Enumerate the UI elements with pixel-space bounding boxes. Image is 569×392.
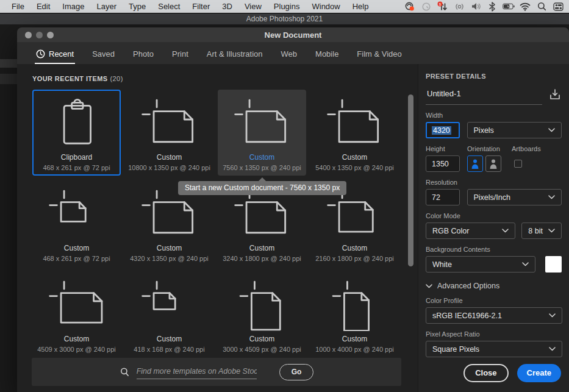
template-dimensions: 10800 x 1350 px @ 240 ppi: [128, 164, 210, 171]
menu-plugins[interactable]: Plugins: [268, 0, 306, 13]
menu-select[interactable]: Select: [152, 0, 186, 13]
menu-3d[interactable]: 3D: [216, 0, 238, 13]
search-icon: [120, 367, 130, 377]
minimize-window-icon[interactable]: [36, 32, 43, 38]
color-mode-label: Color Mode: [426, 212, 562, 219]
close-window-icon[interactable]: [25, 32, 32, 38]
background-contents-label: Background Contents: [426, 246, 562, 253]
tab-art-illustration[interactable]: Art & Illustration: [206, 49, 264, 64]
background-contents-dropdown[interactable]: White: [426, 256, 535, 273]
menu-window[interactable]: Window: [306, 0, 346, 13]
template-dimensions: 3000 x 4509 px @ 240 ppi: [223, 346, 301, 353]
menu-type[interactable]: Type: [123, 0, 152, 13]
template-name: Custom: [249, 335, 274, 343]
spotlight-search-icon[interactable]: [535, 1, 548, 12]
resolution-units-dropdown[interactable]: Pixels/Inch: [467, 189, 562, 205]
template-dimensions: 468 x 261 px @ 72 ppi: [43, 255, 110, 262]
menu-view[interactable]: View: [238, 0, 268, 13]
pixel-aspect-ratio-label: Pixel Aspect Ratio: [426, 330, 562, 338]
resolution-label: Resolution: [426, 179, 562, 186]
template-item-custom[interactable]: Custom1000 x 4000 px @ 240 ppi: [310, 271, 399, 357]
pixel-aspect-ratio-dropdown[interactable]: Square Pixels: [426, 341, 562, 357]
tab-web[interactable]: Web: [280, 49, 299, 64]
menu-image[interactable]: Image: [56, 0, 90, 13]
template-item-custom[interactable]: Custom10800 x 1350 px @ 240 ppi: [125, 90, 213, 176]
template-name: Custom: [157, 153, 182, 162]
tab-photo[interactable]: Photo: [132, 49, 155, 64]
clock-icon: [36, 49, 45, 59]
dialog-header: New Document: [17, 27, 569, 42]
menu-filter[interactable]: Filter: [186, 0, 216, 13]
template-name: Custom: [249, 153, 274, 162]
template-item-custom[interactable]: Custom5400 x 1350 px @ 240 ppi: [310, 90, 399, 176]
tab-saved[interactable]: Saved: [91, 49, 116, 64]
create-button[interactable]: Create: [517, 364, 561, 382]
search-input[interactable]: [137, 365, 257, 379]
template-item-custom[interactable]: Custom7560 x 1350 px @ 240 ppi: [218, 90, 306, 176]
battery-icon[interactable]: [503, 1, 515, 12]
tab-mobile[interactable]: Mobile: [314, 49, 340, 64]
new-document-dialog: New Document RecentSavedPhotoPrintArt & …: [17, 27, 569, 392]
preset-details-heading: PRESET DETAILS: [426, 73, 562, 80]
template-dimensions: 4509 x 3000 px @ 240 ppi: [37, 346, 116, 353]
app-swirl-icon[interactable]: [404, 1, 416, 12]
bluetooth-icon[interactable]: [486, 1, 498, 12]
artboards-checkbox[interactable]: [514, 160, 522, 168]
tab-film-video[interactable]: Film & Video: [356, 49, 403, 64]
spiral-app-icon[interactable]: [420, 1, 432, 12]
updates-badge-icon[interactable]: 1: [437, 1, 449, 12]
volume-icon[interactable]: [470, 1, 482, 12]
template-item-custom[interactable]: Custom418 x 168 px @ 240 ppi: [125, 271, 213, 357]
scrollbar[interactable]: [408, 94, 413, 387]
screen-mirroring-icon[interactable]: [453, 1, 465, 12]
menu-edit[interactable]: Edit: [30, 0, 56, 13]
color-profile-label: Color Profile: [426, 297, 562, 304]
template-dimensions: 5400 x 1350 px @ 240 ppi: [315, 164, 394, 171]
template-name: Custom: [157, 335, 182, 343]
scrollbar-thumb[interactable]: [408, 94, 413, 266]
document-name-field[interactable]: Untitled-1: [426, 88, 542, 105]
menu-help[interactable]: Help: [346, 0, 375, 13]
svg-text:1: 1: [439, 2, 442, 6]
tooltip: Start a new Custom document - 7560 x 135…: [178, 181, 346, 195]
close-button[interactable]: Close: [463, 364, 508, 382]
document-wide-icon: [234, 96, 290, 149]
color-profile-dropdown[interactable]: sRGB IEC61966-2.1: [426, 307, 562, 324]
menu-file[interactable]: File: [5, 0, 30, 13]
save-preset-icon[interactable]: [548, 88, 562, 104]
background-color-swatch[interactable]: [545, 256, 562, 273]
document-wide-icon: [327, 96, 383, 149]
wifi-icon[interactable]: [519, 1, 531, 12]
orientation-landscape-button[interactable]: [485, 155, 501, 172]
template-item-custom[interactable]: Custom468 x 261 px @ 72 ppi: [32, 180, 121, 266]
template-item-custom[interactable]: Custom4509 x 3000 px @ 240 ppi: [32, 271, 121, 357]
template-item-custom[interactable]: Custom3000 x 4509 px @ 240 ppi: [218, 271, 306, 357]
template-item-clipboard[interactable]: Clipboard468 x 261 px @ 72 ppi: [32, 90, 121, 176]
clipboard-icon: [49, 96, 105, 149]
menu-layer[interactable]: Layer: [91, 0, 123, 13]
tab-recent[interactable]: Recent: [35, 49, 75, 64]
go-button[interactable]: Go: [279, 364, 314, 380]
bit-depth-dropdown[interactable]: 8 bit: [521, 223, 562, 239]
resolution-input[interactable]: 72: [426, 189, 460, 205]
template-name: Custom: [157, 244, 182, 252]
document-tall-icon: [327, 277, 383, 331]
orientation-portrait-button[interactable]: [467, 155, 483, 172]
tab-print[interactable]: Print: [171, 49, 190, 64]
zoom-window-icon[interactable]: [47, 32, 54, 38]
template-name: Custom: [64, 335, 89, 343]
units-dropdown[interactable]: Pixels: [467, 122, 562, 138]
height-label: Height: [426, 145, 467, 152]
app-title-bar: Adobe Photoshop 2021: [0, 13, 569, 24]
advanced-options-toggle[interactable]: Advanced Options: [426, 282, 562, 290]
height-input[interactable]: 1350: [426, 155, 460, 172]
adobe-stock-search-bar: Go: [32, 358, 401, 386]
width-label: Width: [426, 112, 562, 119]
dialog-title: New Document: [265, 30, 322, 40]
category-tabs: RecentSavedPhotoPrintArt & IllustrationW…: [17, 42, 569, 64]
recent-items-heading: YOUR RECENT ITEMS(20): [32, 75, 418, 82]
color-mode-dropdown[interactable]: RGB Color: [426, 223, 515, 239]
width-input[interactable]: 4320: [426, 122, 460, 138]
control-center-icon[interactable]: [552, 1, 564, 12]
document-tiny-icon: [141, 277, 198, 331]
